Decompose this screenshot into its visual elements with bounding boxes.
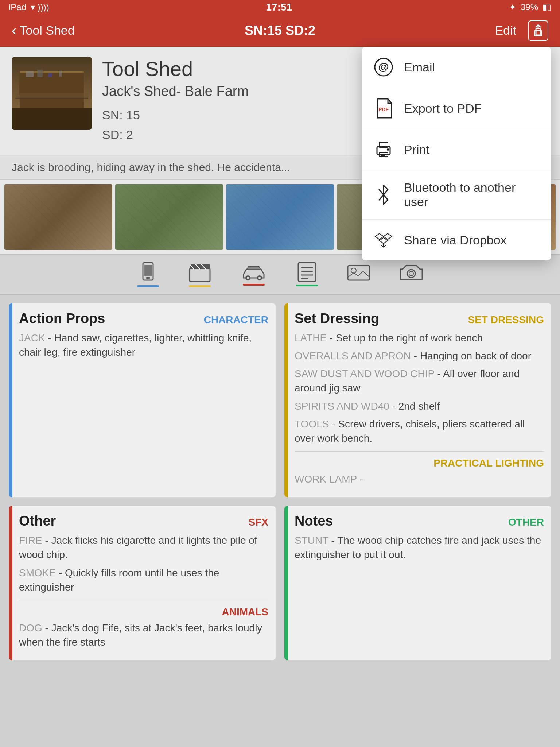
popover-overlay[interactable]: @ Email PDF Export to PDF bbox=[0, 0, 560, 747]
bluetooth-label: Bluetooth to another user bbox=[404, 181, 540, 209]
popover-print[interactable]: Print bbox=[362, 129, 551, 170]
share-popover: @ Email PDF Export to PDF bbox=[362, 47, 551, 260]
popover-bluetooth[interactable]: Bluetooth to another user bbox=[362, 170, 551, 220]
bluetooth-icon bbox=[373, 185, 394, 205]
print-label: Print bbox=[404, 143, 429, 157]
dropbox-icon bbox=[373, 230, 394, 250]
popover-dropbox[interactable]: Share via Dropbox bbox=[362, 220, 551, 260]
email-icon: @ bbox=[373, 57, 394, 77]
pdf-icon: PDF bbox=[373, 98, 394, 119]
svg-point-39 bbox=[387, 148, 389, 151]
dropbox-label: Share via Dropbox bbox=[404, 233, 507, 247]
svg-text:PDF: PDF bbox=[378, 107, 389, 112]
email-label: Email bbox=[404, 60, 435, 74]
svg-text:@: @ bbox=[378, 61, 389, 73]
pdf-label: Export to PDF bbox=[404, 101, 482, 116]
popover-email[interactable]: @ Email bbox=[362, 47, 551, 88]
popover-pdf[interactable]: PDF Export to PDF bbox=[362, 88, 551, 129]
print-icon bbox=[373, 139, 394, 160]
